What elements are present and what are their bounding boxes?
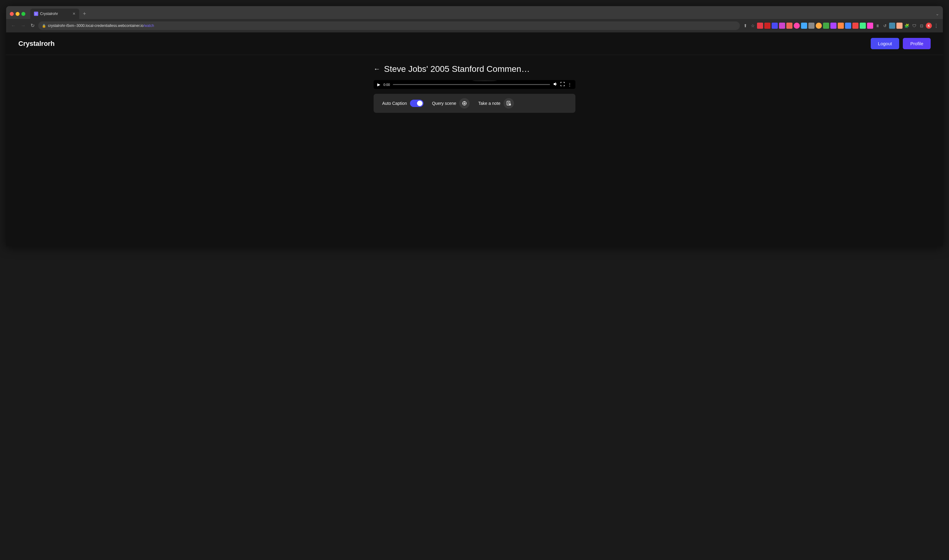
back-nav-button[interactable]: ← [10,22,17,29]
toggle-knob [417,101,423,106]
new-tab-button[interactable]: + [83,11,86,17]
take-note-section: Take a note [478,98,514,109]
address-bar[interactable]: 🔒 crystalrohr-i5xm--3000.local-credentia… [38,22,740,30]
ext-icon-13[interactable] [845,23,851,29]
refresh-ext-icon[interactable]: ↺ [882,23,888,29]
tab-end-icon[interactable]: ⌄ [935,11,939,16]
ext-icon-6[interactable] [794,23,800,29]
video-player[interactable]: ▶ 0:00 ⋮ [374,80,575,89]
ext-icon-12[interactable] [838,23,844,29]
query-scene-label: Query scene [432,101,456,106]
share-icon[interactable]: ⬆ [742,23,748,29]
ext-icon-3[interactable] [772,23,778,29]
play-button[interactable]: ▶ [377,82,380,87]
volume-button[interactable] [553,82,557,87]
split-icon[interactable]: ⊡ [918,23,924,29]
browser-toolbar-icons: ⬆ ☆ ⏸ ↺ 🧩 🛡 ⊡ K ⋮ [742,23,939,29]
ext-icon-1[interactable] [757,23,763,29]
more-options-icon[interactable]: ⋮ [933,23,939,29]
svg-marker-2 [554,82,556,86]
maximize-button[interactable] [22,12,25,16]
header-buttons: Logout Profile [871,38,931,49]
auto-caption-section: Auto Caption [382,100,423,107]
tab-title: Crystalrohr [40,12,71,16]
ext-icon-4[interactable] [779,23,785,29]
ext-icon-5[interactable] [786,23,792,29]
ext-icon-8[interactable] [808,23,814,29]
video-title-row: ← Steve Jobs' 2005 Stanford Commen… [374,64,575,74]
bookmark-icon[interactable]: ☆ [750,23,756,29]
profile-button[interactable]: Profile [903,38,931,49]
pause-icon[interactable]: ⏸ [874,23,881,29]
traffic-lights [10,12,25,16]
active-tab[interactable]: C Crystalrohr ✕ [30,9,79,19]
take-note-button[interactable] [503,98,514,109]
puzzle-icon[interactable]: 🧩 [904,23,910,29]
forward-nav-button[interactable]: → [20,22,27,29]
query-scene-button[interactable] [459,98,470,109]
svg-text:C: C [35,13,37,15]
svg-point-4 [464,103,465,104]
ext-icon-2[interactable] [764,23,771,29]
app-logo: Crystalrorh [18,40,55,48]
ext-icon-11[interactable] [831,23,837,29]
shield-icon[interactable]: 🛡 [911,23,917,29]
progress-bar[interactable] [393,84,550,85]
bottom-toolbar: Auto Caption Query scene [374,94,575,113]
app-content: Crystalrorh Logout Profile ← Steve Jobs'… [6,32,943,246]
more-controls-button[interactable]: ⋮ [568,82,572,87]
main-content: ← Steve Jobs' 2005 Stanford Commen… [6,55,943,125]
browser-toolbar: ← → ↻ 🔒 crystalrohr-i5xm--3000.local-cre… [6,19,943,32]
query-scene-section: Query scene [432,98,470,109]
ext-icon-18[interactable] [897,23,903,29]
close-button[interactable] [10,12,14,16]
address-text: crystalrohr-i5xm--3000.local-credentiall… [48,23,154,28]
ext-icon-9[interactable] [816,23,822,29]
minimize-button[interactable] [15,12,20,16]
take-note-label: Take a note [478,101,500,106]
logout-button[interactable]: Logout [871,38,900,49]
tab-close-icon[interactable]: ✕ [72,12,75,16]
current-time: 0:00 [383,83,390,86]
back-arrow-icon[interactable]: ← [374,65,380,73]
ext-icon-10[interactable] [823,23,829,29]
ext-icon-16[interactable] [867,23,873,29]
app-header: Crystalrorh Logout Profile [6,32,943,55]
lock-icon: 🔒 [42,24,46,28]
fullscreen-button[interactable] [560,82,565,87]
ext-icon-14[interactable] [852,23,858,29]
profile-circle-icon[interactable]: K [926,23,932,29]
browser-window: C Crystalrohr ✕ + ⌄ ← → ↻ 🔒 crystalrohr-… [6,6,943,246]
reload-nav-button[interactable]: ↻ [29,22,36,29]
auto-caption-toggle[interactable] [410,100,423,107]
ext-icon-17[interactable] [889,23,895,29]
tab-bar: C Crystalrohr ✕ + ⌄ [6,6,943,19]
ext-icon-7[interactable] [801,23,807,29]
auto-caption-label: Auto Caption [382,101,407,106]
ext-icon-15[interactable] [860,23,866,29]
tab-favicon-icon: C [34,12,38,16]
video-controls-bar: ▶ 0:00 ⋮ [374,80,575,89]
video-title: Steve Jobs' 2005 Stanford Commen… [384,64,530,74]
